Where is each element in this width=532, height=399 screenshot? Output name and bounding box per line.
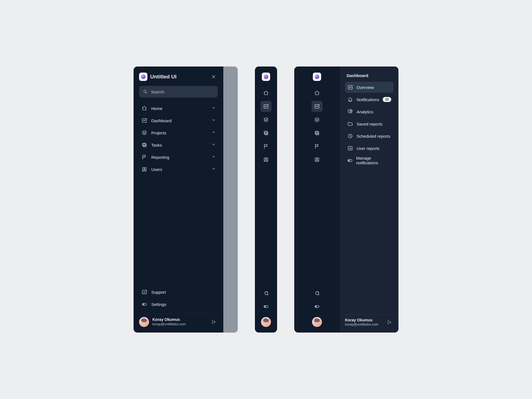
user-icon (314, 157, 320, 162)
sidebar-item-label: Projects (151, 131, 166, 135)
notifications-badge: 10 (383, 97, 391, 102)
sidebar-item-label: Home (151, 106, 162, 111)
subpanel-item-analytics[interactable]: Analytics (345, 106, 393, 117)
dashboard-icon (314, 104, 320, 109)
avatar[interactable] (139, 317, 149, 327)
user-email: koray@untitledui.com (345, 323, 378, 327)
tasks-icon (314, 130, 320, 136)
dashboard-icon (263, 104, 269, 109)
rail-item-reporting[interactable] (260, 141, 272, 152)
subpanel-item-overview[interactable]: Overview (345, 82, 393, 93)
trend-icon (347, 84, 353, 90)
search-icon (143, 89, 148, 94)
sidebar-full-overlay: Untitled UI Home Dashboard (134, 66, 238, 332)
subpanel-item-user-reports[interactable]: User reports (345, 143, 393, 154)
sidebar-item-reporting[interactable]: Reporting (139, 151, 218, 163)
chevron-down-icon (212, 106, 216, 111)
sidebar-item-label: Tasks (151, 143, 162, 147)
sidebar-item-dashboard[interactable]: Dashboard (139, 115, 218, 126)
logout-icon (387, 320, 392, 325)
subpanel-item-label: Overview (357, 85, 374, 90)
subpanel-item-label: Saved reports (357, 122, 382, 126)
subpanel-item-label: Scheduled reports (357, 134, 390, 139)
app-logo (139, 73, 147, 81)
app-logo[interactable] (262, 73, 270, 81)
rail-item-settings[interactable] (311, 301, 323, 312)
sidebar-item-home[interactable]: Home (139, 103, 218, 114)
rail-item-tasks[interactable] (311, 127, 323, 139)
bell-icon (347, 96, 353, 103)
chat-icon (314, 290, 320, 296)
rail-item-tasks[interactable] (260, 127, 272, 139)
close-sidebar-button[interactable] (209, 73, 218, 81)
sidebar-item-support[interactable]: Support (139, 286, 218, 298)
sidebar-rail-collapsed (255, 66, 277, 332)
rail-item-support[interactable] (260, 288, 272, 299)
rail-item-reporting[interactable] (311, 141, 323, 152)
subpanel-item-saved-reports[interactable]: Saved reports (345, 118, 393, 129)
sidebar-item-label: Reporting (151, 155, 169, 160)
search-input[interactable] (150, 89, 214, 94)
rail-item-home[interactable] (311, 88, 323, 99)
sidebar-rail-with-subpanel: Dashboard Overview Notifications 10 Anal… (294, 66, 398, 332)
support-icon (141, 289, 147, 295)
rail-item-support[interactable] (311, 288, 323, 299)
flag-icon (263, 144, 269, 149)
divider (139, 313, 218, 314)
user-name: Koray Okumus (152, 317, 186, 322)
rail-item-home[interactable] (260, 88, 272, 99)
subpanel-title: Dashboard (347, 73, 392, 78)
home-icon (263, 90, 269, 96)
app-logo[interactable] (313, 73, 321, 81)
bar-chart-icon (347, 145, 353, 151)
subpanel-item-label: Analytics (357, 109, 373, 114)
layers-icon (141, 130, 147, 136)
sidebar-item-tasks[interactable]: Tasks (139, 139, 218, 151)
drag-overlay[interactable] (223, 66, 238, 332)
sidebar-item-label: Dashboard (151, 118, 172, 123)
rail-item-users[interactable] (260, 154, 272, 165)
logout-button[interactable] (386, 318, 393, 326)
home-icon (314, 90, 320, 96)
rail-item-users[interactable] (311, 154, 323, 165)
user-name: Koray Okumus (345, 318, 378, 323)
rail-item-projects[interactable] (311, 114, 323, 125)
sidebar-item-users[interactable]: Users (139, 163, 218, 175)
tasks-icon (263, 130, 269, 136)
chevron-down-icon (212, 118, 216, 123)
rail-item-dashboard[interactable] (260, 101, 272, 112)
subpanel-item-notifications[interactable]: Notifications 10 (345, 94, 393, 105)
tasks-icon (141, 142, 147, 148)
avatar[interactable] (261, 317, 271, 327)
flag-icon (141, 154, 147, 160)
subpanel-item-manage-notifications[interactable]: Manage notifications (345, 155, 393, 166)
toggle-icon (141, 301, 147, 307)
home-icon (141, 105, 147, 111)
sidebar-item-label: Users (151, 167, 162, 172)
subpanel-item-label: Manage notifications (356, 156, 391, 165)
sidebar-item-settings[interactable]: Settings (139, 298, 218, 310)
subpanel-item-scheduled-reports[interactable]: Scheduled reports (345, 131, 393, 142)
rail-item-projects[interactable] (260, 114, 272, 125)
sidebar-item-label: Settings (151, 302, 166, 307)
app-title: Untitled UI (150, 74, 177, 80)
close-icon (211, 75, 216, 79)
chevron-down-icon (212, 142, 216, 147)
sidebar-item-projects[interactable]: Projects (139, 127, 218, 139)
subpanel-item-label: Notifications (357, 97, 379, 102)
flag-icon (314, 144, 320, 149)
pie-chart-icon (347, 109, 353, 115)
logout-button[interactable] (210, 318, 218, 326)
rail-item-dashboard[interactable] (311, 101, 323, 112)
chat-icon (263, 290, 269, 296)
avatar[interactable] (312, 317, 322, 327)
rail-item-settings[interactable] (260, 301, 272, 312)
search-input-container[interactable] (139, 86, 218, 98)
subpanel-item-label: User reports (357, 146, 380, 151)
layers-icon (263, 117, 269, 122)
layers-icon (314, 117, 320, 122)
clock-icon (347, 133, 353, 139)
dashboard-icon (141, 117, 147, 124)
toggle-icon (314, 304, 320, 309)
sidebar-item-label: Support (151, 290, 166, 295)
